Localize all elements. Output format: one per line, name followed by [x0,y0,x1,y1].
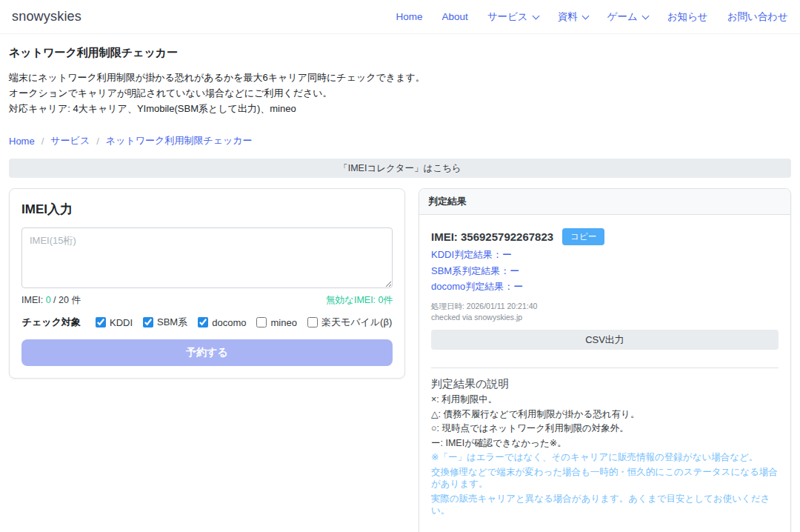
main-nav: Home About サービス 資料 ゲーム お知らせ お問い合わせ [396,10,788,24]
result-card-body: IMEI: 356925792267823 コピー KDDI判定結果：ー SBM… [419,215,790,532]
result-meta: 処理日時: 2026/01/11 20:21:40 checked via sn… [431,301,779,323]
explanation-note: 実際の販売キャリアと異なる場合があります。あくまで目安としてお使いください。 [431,493,779,517]
breadcrumb-home[interactable]: Home [9,136,35,147]
content-columns: IMEI入力 IMEI: 0 / 20 件 無効なIMEI: 0件 チェック対象… [9,188,791,532]
result-card: 判定結果 IMEI: 356925792267823 コピー KDDI判定結果：… [419,188,791,532]
chevron-down-icon [641,12,649,19]
breadcrumb-separator: / [41,136,44,147]
explanation-title: 判定結果の説明 [431,377,779,391]
imei-count: IMEI: 0 / 20 件 [21,294,81,307]
imei-result-value: IMEI: 356925792267823 [431,230,553,243]
intro-line: 端末にネットワーク利用制限が掛かる恐れがあるかを最大6キャリア同時にチェックでき… [9,70,791,86]
main-content: ネットワーク利用制限チェッカー 端末にネットワーク利用制限が掛かる恐れがあるかを… [0,46,800,532]
docomo-result-line: docomo判定結果：ー [431,280,779,293]
nav-item-games[interactable]: ゲーム [607,10,648,24]
imei-count-value: 0 [46,295,51,305]
nav-item-home[interactable]: Home [396,11,422,22]
imei-input-textarea[interactable] [21,227,393,288]
checkbox-kddi-input[interactable] [96,317,106,327]
nav-item-services[interactable]: サービス [487,10,539,24]
nav-item-contact[interactable]: お問い合わせ [727,10,788,24]
nav-item-documents[interactable]: 資料 [558,10,588,24]
check-target-row: チェック対象 KDDI SBM系 docomo mineo [21,316,393,329]
explanation-line: ー: IMEIが確認できなかった※。 [431,437,779,450]
intro-line: 対応キャリア: 4大キャリア、YImobile(SBM系として出力)、mineo [9,102,791,117]
csv-export-button[interactable]: CSV出力 [431,330,779,350]
checkbox-rakuten-input[interactable] [307,317,318,327]
sbm-result-line: SBM系判定結果：ー [431,265,779,277]
checkbox-docomo[interactable]: docomo [198,317,246,328]
explanation-note: 交換修理などで端末が変わった場合も一時的・恒久的にこのステータスになる場合があり… [431,466,779,491]
checkbox-sbm-input[interactable] [143,317,153,327]
breadcrumb-services[interactable]: サービス [50,134,90,147]
intro-line: オークションでキャリアが明記されていない場合などにご利用ください。 [9,86,791,102]
kddi-result-line: KDDI判定結果：ー [431,248,779,261]
top-navbar: snowyskies Home About サービス 資料 ゲーム お知らせ お… [0,0,800,34]
site-logo[interactable]: snowyskies [12,9,81,24]
result-card-header: 判定結果 [419,189,790,215]
processed-timestamp: 処理日時: 2026/01/11 20:21:40 [431,301,779,312]
imei-counts-row: IMEI: 0 / 20 件 無効なIMEI: 0件 [21,294,393,307]
checkbox-docomo-input[interactable] [198,317,208,327]
divider [431,368,779,368]
breadcrumb-current[interactable]: ネットワーク利用制限チェッカー [106,134,253,147]
checkbox-kddi[interactable]: KDDI [96,317,133,328]
explanation-line: ×: 利用制限中。 [431,393,779,406]
checkbox-mineo[interactable]: mineo [256,317,296,328]
checkbox-rakuten[interactable]: 楽天モバイル(β) [307,316,392,329]
breadcrumb: Home / サービス / ネットワーク利用制限チェッカー [9,134,791,147]
checkbox-sbm[interactable]: SBM系 [143,316,187,329]
breadcrumb-separator: / [96,136,99,147]
explanation-note: ※「ー」はエラーではなく、そのキャリアに販売情報の登録がない場合など。 [431,451,779,464]
check-target-label: チェック対象 [22,316,81,329]
imei-result-row: IMEI: 356925792267823 コピー [431,228,779,245]
imei-input-card: IMEI入力 IMEI: 0 / 20 件 無効なIMEI: 0件 チェック対象… [9,188,405,379]
checked-via: checked via snowyskies.jp [431,312,779,323]
nav-item-news[interactable]: お知らせ [667,10,708,24]
chevron-down-icon [532,12,539,19]
intro-text: 端末にネットワーク利用制限が掛かる恐れがあるかを最大6キャリア同時にチェックでき… [9,70,791,116]
copy-button[interactable]: コピー [562,228,604,245]
checkbox-mineo-input[interactable] [256,317,267,327]
reserve-button[interactable]: 予約する [21,339,393,366]
imei-collector-banner-link[interactable]: 「IMEIコレクター」はこちら [9,159,791,178]
explanation-line: ○: 現時点ではネットワーク利用制限の対象外。 [431,422,779,435]
chevron-down-icon [581,12,589,19]
imei-input-title: IMEI入力 [21,201,393,218]
page-title: ネットワーク利用制限チェッカー [9,46,791,60]
nav-item-about[interactable]: About [441,11,467,22]
invalid-imei-count: 無効なIMEI: 0件 [326,294,393,307]
explanation-line: △: 債務不履行などで利用制限が掛かる恐れ有り。 [431,408,779,421]
